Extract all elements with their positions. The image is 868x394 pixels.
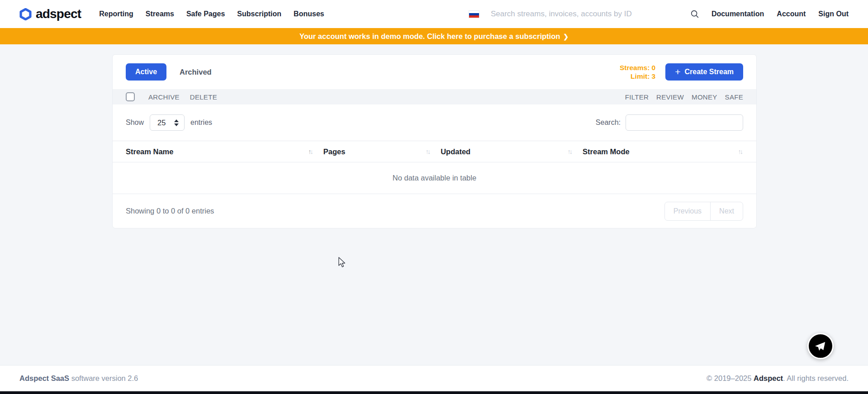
- tab-active-label: Active: [135, 68, 157, 76]
- review-mode-link[interactable]: REVIEW: [656, 93, 684, 101]
- sort-icon: ↑↓: [308, 148, 313, 155]
- secondary-nav: Documentation Account Sign Out: [711, 10, 849, 18]
- previous-page-button[interactable]: Previous: [664, 202, 711, 221]
- chevron-right-icon: ❯: [563, 33, 569, 40]
- main-nav: Reporting Streams Safe Pages Subscriptio…: [99, 10, 324, 18]
- pagination: Previous Next: [664, 202, 743, 221]
- create-stream-button[interactable]: + Create Stream: [665, 63, 743, 81]
- footer-version: Adspect SaaS software version 2.6: [19, 374, 138, 383]
- nav-sign-out[interactable]: Sign Out: [818, 10, 849, 18]
- column-stream-mode[interactable]: Stream Mode ↑↓: [583, 147, 743, 156]
- demo-mode-banner[interactable]: Your account works in demo mode. Click h…: [0, 28, 868, 44]
- banner-text: Your account works in demo mode. Click h…: [299, 32, 560, 41]
- telegram-plane-icon: [813, 340, 827, 353]
- toolbar-right-filters: FILTER REVIEW MONEY SAFE: [625, 93, 743, 101]
- column-label: Updated: [441, 147, 470, 156]
- quota-info: Streams: 0 Limit: 3: [620, 63, 655, 81]
- show-label: Show: [126, 119, 144, 127]
- table-controls-row: Show 25 entries Search:: [113, 104, 756, 141]
- nav-reporting[interactable]: Reporting: [99, 10, 133, 18]
- next-page-button[interactable]: Next: [710, 202, 743, 221]
- header-search-area: [469, 9, 711, 19]
- nav-account[interactable]: Account: [777, 10, 806, 18]
- sort-icon: ↑↓: [738, 148, 743, 155]
- select-all-checkbox[interactable]: [126, 92, 135, 101]
- sort-icon: ↑↓: [426, 148, 431, 155]
- footer-copyright: © 2019–2025 Adspect. All rights reserved…: [707, 374, 849, 383]
- nav-safe-pages[interactable]: Safe Pages: [186, 10, 225, 18]
- streams-card: Active Archived Streams: 0 Limit: 3 + Cr…: [112, 54, 757, 228]
- global-search-input[interactable]: [491, 9, 685, 19]
- archive-action[interactable]: ARCHIVE: [148, 93, 180, 101]
- create-stream-label: Create Stream: [685, 68, 734, 76]
- bulk-actions-toolbar: ARCHIVE DELETE FILTER REVIEW MONEY SAFE: [113, 89, 756, 104]
- column-label: Stream Mode: [583, 147, 630, 156]
- streams-count: Streams: 0: [620, 63, 655, 72]
- select-arrows-icon: [174, 119, 179, 126]
- table-search-label: Search:: [596, 119, 621, 127]
- tab-archived[interactable]: Archived: [180, 68, 212, 76]
- streams-limit: Limit: 3: [620, 72, 655, 81]
- sort-icon: ↑↓: [568, 148, 573, 155]
- column-pages[interactable]: Pages ↑↓: [323, 147, 441, 156]
- table-search-input[interactable]: [626, 114, 743, 131]
- copyright-years: © 2019–2025: [707, 374, 754, 382]
- nav-documentation[interactable]: Documentation: [711, 10, 764, 18]
- tab-active[interactable]: Active: [126, 63, 166, 81]
- search-icon[interactable]: [690, 9, 700, 19]
- top-header: adspect Reporting Streams Safe Pages Sub…: [0, 0, 868, 28]
- empty-table-message: No data available in table: [113, 162, 756, 194]
- russian-flag-icon[interactable]: [469, 11, 479, 18]
- toolbar-left-actions: ARCHIVE DELETE: [148, 93, 217, 101]
- mouse-cursor: [338, 257, 348, 270]
- page-length-value: 25: [157, 119, 166, 127]
- table-header-row: Stream Name ↑↓ Pages ↑↓ Updated ↑↓ Strea…: [113, 141, 756, 162]
- column-label: Pages: [323, 147, 346, 156]
- footer-version-text: software version 2.6: [69, 374, 138, 382]
- page-length-select[interactable]: 25: [150, 114, 185, 131]
- nav-streams[interactable]: Streams: [146, 10, 174, 18]
- column-updated[interactable]: Updated ↑↓: [441, 147, 583, 156]
- hexagon-logo-icon: [19, 8, 32, 20]
- safe-mode-link[interactable]: SAFE: [725, 93, 743, 101]
- filter-mode-link[interactable]: FILTER: [625, 93, 649, 101]
- column-label: Stream Name: [126, 147, 173, 156]
- entries-info: Showing 0 to 0 of 0 entries: [126, 207, 214, 215]
- money-mode-link[interactable]: MONEY: [692, 93, 717, 101]
- copyright-rest: . All rights reserved.: [783, 374, 849, 382]
- column-stream-name[interactable]: Stream Name ↑↓: [126, 147, 323, 156]
- adspect-logo[interactable]: adspect: [19, 7, 81, 21]
- table-search-area: Search:: [596, 114, 743, 131]
- entries-label: entries: [190, 119, 212, 127]
- nav-bonuses[interactable]: Bonuses: [294, 10, 324, 18]
- page-footer: Adspect SaaS software version 2.6 © 2019…: [0, 365, 868, 391]
- copyright-brand: Adspect: [754, 374, 783, 382]
- bottom-edge-bar: [0, 391, 868, 394]
- card-bottom-row: Showing 0 to 0 of 0 entries Previous Nex…: [113, 194, 756, 228]
- card-top-row: Active Archived Streams: 0 Limit: 3 + Cr…: [113, 55, 756, 89]
- plus-icon: +: [675, 68, 680, 76]
- delete-action[interactable]: DELETE: [190, 93, 217, 101]
- footer-product-name: Adspect SaaS: [19, 374, 69, 382]
- brand-wordmark: adspect: [36, 7, 81, 21]
- nav-subscription[interactable]: Subscription: [237, 10, 281, 18]
- telegram-button[interactable]: [807, 333, 834, 359]
